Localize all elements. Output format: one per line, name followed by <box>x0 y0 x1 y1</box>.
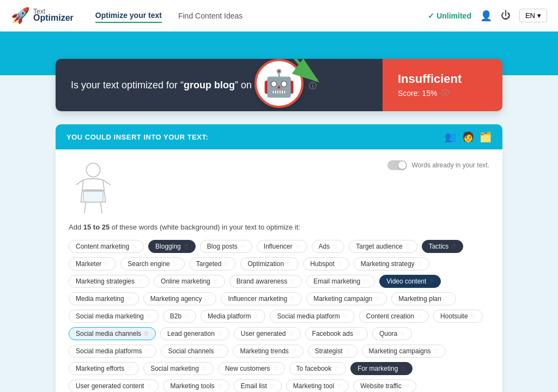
tag-item[interactable]: Marketing campaigns♡ <box>362 345 446 358</box>
tag-label: Targeted <box>196 260 222 268</box>
words-toggle[interactable] <box>387 160 407 170</box>
heart-icon: ♡ <box>127 366 132 372</box>
tag-item[interactable]: Marketing strategy♡ <box>354 257 429 270</box>
tag-label: Marketing strategies <box>76 278 135 285</box>
tag-item[interactable]: Strategist♡ <box>308 345 357 358</box>
tag-item[interactable]: Marketing agency♡ <box>143 292 217 305</box>
tag-item[interactable]: Hubspot♡ <box>303 257 349 270</box>
tag-item[interactable]: Social channels♡ <box>161 345 228 358</box>
tag-item[interactable]: Tactics♡ <box>422 240 464 253</box>
tag-item[interactable]: Facebook ads♡ <box>305 327 368 340</box>
tag-item[interactable]: Media marketing♡ <box>69 292 139 305</box>
tag-item[interactable]: Social media platforms♡ <box>69 345 156 358</box>
tag-item[interactable]: Lead generation♡ <box>160 327 229 340</box>
tag-label: Social media channels <box>76 330 141 337</box>
tag-item[interactable]: Social media platform♡ <box>270 310 354 323</box>
tag-label: Email marketing <box>313 278 360 285</box>
power-icon[interactable]: ⏻ <box>501 10 511 21</box>
heart-icon: ♡ <box>240 244 245 250</box>
heart-icon: ♡ <box>356 331 361 337</box>
tag-label: Lead generation <box>167 330 215 337</box>
tag-item[interactable]: Marketing tools♡ <box>163 379 229 392</box>
heart-icon: ♡ <box>417 313 422 319</box>
tag-item[interactable]: Brand awareness♡ <box>229 275 302 288</box>
logo-text: Text Optimizer <box>33 8 74 23</box>
tag-item[interactable]: Social marketing♡ <box>143 362 214 375</box>
tag-label: Marketing trends <box>240 347 288 355</box>
logo[interactable]: 🚀 Text Optimizer <box>11 7 74 25</box>
heart-icon: ♡ <box>137 279 142 285</box>
tag-item[interactable]: Blog posts♡ <box>200 240 252 253</box>
heart-icon: ♡ <box>144 348 149 354</box>
help-icon[interactable]: ⓘ <box>309 81 317 90</box>
tag-item[interactable]: Email marketing♡ <box>306 275 375 288</box>
tag-label: Marketing campaign <box>313 295 372 303</box>
tag-label: Optimization <box>247 260 284 268</box>
tag-item[interactable]: Hootsuite♡ <box>433 310 483 323</box>
tag-item[interactable]: Social media marketing♡ <box>69 310 159 323</box>
tag-item[interactable]: Email list♡ <box>234 379 282 392</box>
tag-item[interactable]: Blogging♡ <box>148 240 196 253</box>
group-icon[interactable]: 👥 <box>445 131 457 143</box>
question-prefix: Is your text optimized for “ <box>71 80 184 91</box>
tag-item[interactable]: Search engine♡ <box>120 257 184 270</box>
tag-item[interactable]: Targeted♡ <box>189 257 236 270</box>
nav-optimize[interactable]: Optimize your text <box>95 9 162 23</box>
tag-item[interactable]: Marketer♡ <box>69 257 116 270</box>
tag-item[interactable]: Content marketing♡ <box>69 240 144 253</box>
nav-find-content[interactable]: Find Content Ideas <box>178 9 242 22</box>
tag-label: Marketing tool <box>293 382 334 390</box>
heart-icon: ♡ <box>290 279 295 285</box>
robot-avatar: 🤖 <box>254 59 304 108</box>
insert-icons: 👥 🧑 🗂️ <box>445 131 492 143</box>
heart-icon: ♡ <box>405 244 410 250</box>
tag-item[interactable]: Marketing campaign♡ <box>306 292 387 305</box>
tag-label: Marketing efforts <box>76 365 124 372</box>
tag-label: User generated content <box>76 382 144 390</box>
tag-item[interactable]: Media platform♡ <box>201 310 265 323</box>
heart-icon: ♡ <box>337 383 342 389</box>
tag-label: Video content <box>386 278 426 285</box>
user-icon[interactable]: 👤 <box>480 10 492 22</box>
tag-item[interactable]: New customers♡ <box>218 362 285 375</box>
tag-item[interactable]: Quora♡ <box>372 327 412 340</box>
tag-item[interactable]: Optimization♡ <box>240 257 299 270</box>
tag-label: Social channels <box>168 347 214 355</box>
tag-item[interactable]: Marketing efforts♡ <box>69 362 139 375</box>
score-card: Is your text optimized for “group blog” … <box>56 59 502 111</box>
tag-item[interactable]: Marketing tool♡ <box>286 379 349 392</box>
tag-item[interactable]: Video content♡ <box>379 275 441 288</box>
tag-label: Hubspot <box>310 260 335 268</box>
tag-item[interactable]: Online marketing♡ <box>154 275 225 288</box>
tag-item[interactable]: Influencer♡ <box>257 240 307 253</box>
tag-item[interactable]: Content creation♡ <box>359 310 429 323</box>
tag-item[interactable]: User generated♡ <box>234 327 301 340</box>
tag-label: Strategist <box>315 347 343 355</box>
tag-item[interactable]: Influencer marketing♡ <box>221 292 302 305</box>
heart-icon: ♡ <box>202 366 207 372</box>
tag-label: Brand awareness <box>236 278 287 285</box>
checkmark-icon: ✓ <box>428 11 434 20</box>
language-button[interactable]: EN ▾ <box>519 9 547 22</box>
tag-item[interactable]: To facebook♡ <box>289 362 347 375</box>
heart-icon: ♡ <box>444 296 449 302</box>
header-right: ✓ Unlimited 👤 ⏻ EN ▾ <box>428 9 547 22</box>
tag-item[interactable]: User generated content♡ <box>69 379 159 392</box>
tag-item[interactable]: Marketing plan♡ <box>391 292 456 305</box>
tag-item[interactable]: Target audience♡ <box>349 240 417 253</box>
tag-item[interactable]: Ads♡ <box>312 240 345 253</box>
heart-icon: ♡ <box>290 296 295 302</box>
heart-icon: ♡ <box>400 331 405 337</box>
heart-icon: ♡ <box>404 383 409 389</box>
toggle-label: Words already in your text. <box>411 161 489 169</box>
tag-item[interactable]: Website traffic♡ <box>353 379 416 392</box>
layers-icon[interactable]: 🗂️ <box>480 131 492 143</box>
person-icon[interactable]: 🧑 <box>462 131 474 143</box>
tag-item[interactable]: Social media channels♡ <box>69 327 156 340</box>
tag-item[interactable]: Marketing trends♡ <box>233 345 303 358</box>
tag-item[interactable]: B2b♡ <box>163 310 196 323</box>
tag-label: Search engine <box>128 260 169 268</box>
tag-item[interactable]: Marketing strategies♡ <box>69 275 149 288</box>
tag-item[interactable]: For marketing♡ <box>350 362 413 375</box>
score-help-icon[interactable]: ⓘ <box>441 88 449 98</box>
